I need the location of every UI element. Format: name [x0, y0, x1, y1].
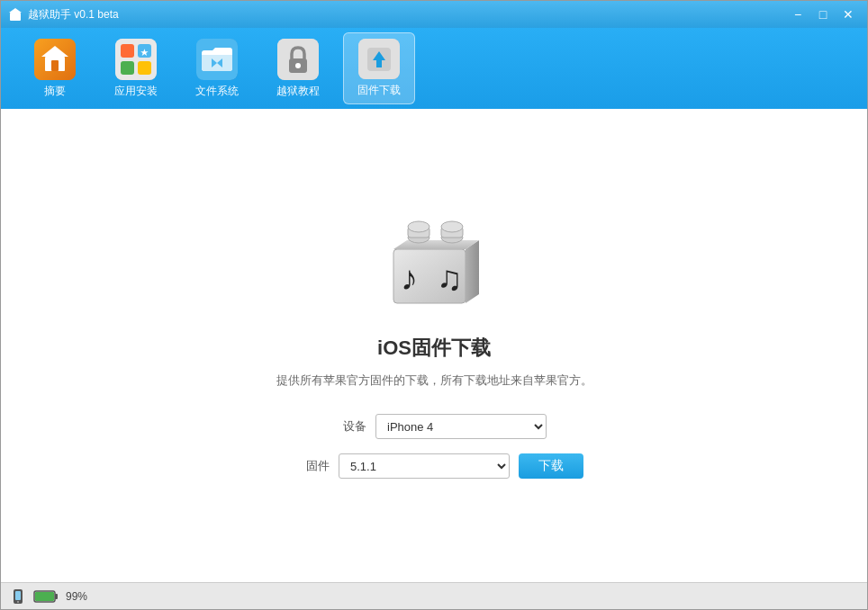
battery-percent: 99%	[66, 590, 87, 603]
svg-text:♫: ♫	[437, 259, 463, 297]
svg-rect-31	[15, 591, 21, 600]
svg-point-27	[441, 221, 463, 232]
title-bar: 越狱助手 v0.1 beta − □ ✕	[1, 1, 867, 28]
window-controls: − □ ✕	[786, 5, 860, 23]
toolbar-item-firmware[interactable]: 固件下载	[343, 32, 415, 104]
firmware-row: 固件 5.1.1 5.1 5.0.1 5.0 4.3.5 4.3.4 下载	[285, 453, 583, 479]
svg-rect-9	[121, 61, 134, 75]
svg-point-32	[17, 601, 19, 603]
toolbar: 摘要 应用安装	[1, 28, 867, 109]
window-title: 越狱助手 v0.1 beta	[28, 7, 786, 22]
svg-text:♪: ♪	[401, 259, 418, 297]
apps-icon	[115, 39, 157, 80]
device-label: 设备	[321, 418, 366, 435]
svg-rect-5	[51, 60, 59, 71]
page-subtitle: 提供所有苹果官方固件的下载，所有下载地址来自苹果官方。	[276, 372, 592, 389]
svg-rect-10	[138, 61, 151, 75]
firmware-label: 固件下载	[357, 83, 401, 98]
firmware-select[interactable]: 5.1.1 5.1 5.0.1 5.0 4.3.5 4.3.4	[339, 453, 510, 479]
svg-rect-7	[121, 44, 134, 58]
status-bar: 99%	[1, 582, 867, 609]
summary-label: 摘要	[44, 84, 66, 99]
phone-icon	[10, 588, 26, 605]
main-content: ♪ ♫ iOS固件下载 提供所有苹果官方固件的下载，所有下载地址来自苹果官方。 …	[1, 109, 867, 584]
toolbar-item-jailbreak[interactable]: 越狱教程	[262, 32, 334, 104]
toolbar-item-summary[interactable]: 摘要	[19, 32, 91, 104]
summary-icon	[34, 39, 76, 80]
firmware-icon	[358, 39, 400, 79]
svg-point-24	[408, 221, 429, 232]
app-icon	[8, 7, 23, 22]
toolbar-item-apps[interactable]: 应用安装	[100, 32, 172, 104]
itunes-icon: ♪ ♫	[375, 200, 493, 317]
svg-rect-0	[10, 13, 21, 21]
jailbreak-label: 越狱教程	[276, 84, 320, 99]
maximize-button[interactable]: □	[811, 5, 835, 23]
svg-point-17	[295, 63, 301, 68]
jailbreak-icon	[277, 39, 319, 80]
device-select[interactable]: iPhone 4 iPhone 3GS iPhone 3G iPad iPad …	[375, 414, 547, 439]
svg-rect-34	[55, 594, 58, 599]
minimize-button[interactable]: −	[786, 5, 809, 23]
battery-icon	[33, 590, 59, 603]
svg-marker-1	[9, 8, 22, 13]
page-title: iOS固件下载	[377, 335, 491, 362]
toolbar-item-files[interactable]: 文件系统	[181, 32, 253, 104]
download-button[interactable]: 下载	[519, 453, 583, 479]
device-row: 设备 iPhone 4 iPhone 3GS iPhone 3G iPad iP…	[321, 414, 547, 439]
firmware-label-text: 固件	[285, 458, 330, 474]
svg-rect-35	[35, 592, 54, 601]
apps-label: 应用安装	[114, 84, 158, 99]
close-button[interactable]: ✕	[836, 5, 860, 23]
files-label: 文件系统	[195, 84, 239, 99]
files-icon	[196, 39, 238, 80]
